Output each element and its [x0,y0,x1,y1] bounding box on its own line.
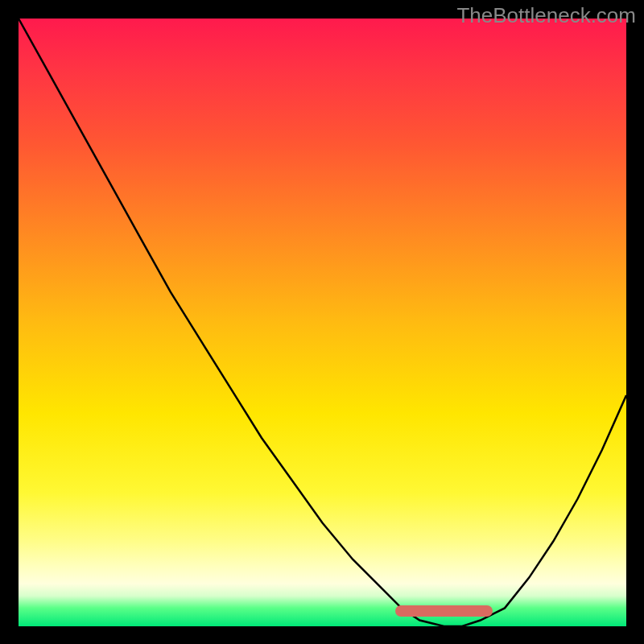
watermark-text: TheBottleneck.com [456,3,636,28]
bottleneck-curve [19,19,626,626]
optimal-zone-marker [395,605,493,617]
